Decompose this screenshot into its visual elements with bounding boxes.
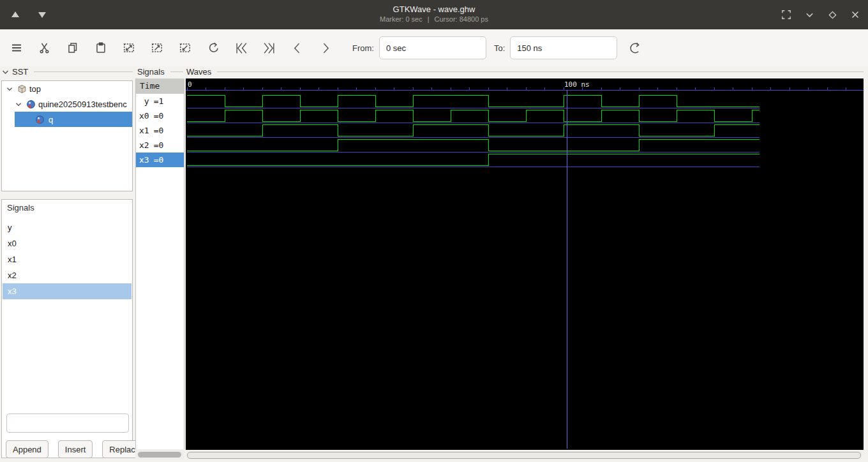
component-globe-icon	[35, 115, 45, 124]
menu-button[interactable]	[8, 36, 26, 59]
reload-button[interactable]	[626, 36, 644, 59]
sst-tree: top quine20250913testbenc q	[1, 80, 133, 191]
reload-icon	[627, 41, 643, 56]
triangle-up-icon	[10, 10, 20, 19]
scrollbar-thumb[interactable]	[187, 452, 861, 459]
chevron-down-icon	[805, 10, 814, 20]
scissors-icon	[38, 41, 51, 54]
expander-icon[interactable]	[15, 100, 22, 108]
signal-list-panel: Signals y x0 x1 x2 x3 Append Insert Repl…	[1, 199, 133, 458]
svg-text:0: 0	[188, 80, 192, 89]
copy-button[interactable]	[64, 36, 82, 59]
tree-row-testbench[interactable]: quine20250913testbenc	[2, 96, 132, 112]
marker-status: Marker: 0 sec	[380, 15, 423, 23]
shift-up-button[interactable]	[6, 6, 24, 23]
chevron-left-icon	[290, 41, 304, 55]
sst-title: SST	[12, 67, 28, 77]
names-frame-label: Signals	[137, 67, 183, 77]
from-input[interactable]	[379, 36, 486, 59]
zoom-fit-button[interactable]	[120, 36, 138, 59]
append-button[interactable]: Append	[6, 440, 49, 458]
cut-button[interactable]	[36, 36, 54, 59]
name-row-x1[interactable]: x1=0	[136, 123, 184, 138]
diamond-icon	[828, 10, 837, 20]
frame-line	[34, 71, 133, 72]
component-globe-icon	[26, 100, 36, 109]
skip-to-start-icon	[234, 41, 249, 55]
collapse-chevron-icon[interactable]	[2, 69, 9, 75]
name-row-x0[interactable]: x0=0	[136, 108, 184, 123]
sst-frame-label: SST	[2, 67, 133, 77]
time-header[interactable]: Time	[136, 78, 184, 94]
names-panel-title: Signals	[137, 67, 165, 77]
names-hscrollbar[interactable]	[135, 449, 184, 459]
waves-hscrollbar[interactable]	[186, 451, 864, 461]
hamburger-menu-icon	[10, 41, 24, 54]
signal-list: y x0 x1 x2 x3	[3, 220, 131, 299]
signal-list-title: Signals	[7, 203, 34, 212]
prev-edge-button[interactable]	[288, 36, 306, 59]
list-buttons: Append Insert Replace	[6, 440, 131, 458]
waves-frame-label: Waves	[186, 67, 864, 77]
next-edge-button[interactable]	[317, 36, 334, 59]
zoom-out-button[interactable]	[176, 36, 194, 59]
insert-button[interactable]: Insert	[58, 440, 93, 458]
name-row-x3[interactable]: x3=0	[136, 153, 184, 167]
frame-line	[170, 71, 183, 72]
status-separator: |	[428, 15, 430, 23]
window-title: GTKWave - wave.ghw	[0, 4, 868, 14]
list-item-x0[interactable]: x0	[3, 235, 131, 251]
copy-icon	[66, 41, 79, 54]
chevron-right-icon	[318, 41, 333, 55]
close-icon	[851, 10, 860, 19]
gtkwave-window: GTKWave - wave.ghw Marker: 0 sec|Cursor:…	[0, 0, 868, 462]
tree-row-top[interactable]: top	[2, 81, 132, 96]
shift-down-button[interactable]	[33, 6, 51, 23]
tree-item-label: top	[29, 84, 41, 94]
wave-display[interactable]: 0100 ns	[186, 78, 864, 450]
shade-button[interactable]	[800, 6, 818, 23]
fullscreen-icon	[781, 10, 791, 20]
list-item-x2[interactable]: x2	[3, 267, 131, 283]
tree-row-q[interactable]: q	[15, 112, 133, 127]
tree-item-label: quine20250913testbenc	[38, 100, 127, 109]
waves-panel-title: Waves	[186, 67, 211, 77]
module-box-icon	[17, 84, 27, 94]
to-start-button[interactable]	[232, 36, 250, 59]
name-row-y[interactable]: y=1	[136, 94, 184, 108]
zoom-undo-button[interactable]	[204, 36, 222, 59]
zoom-out-icon	[178, 41, 192, 54]
to-label: To:	[494, 43, 505, 53]
cursor-status: Cursor: 84800 ps	[435, 15, 488, 23]
triangle-down-icon	[37, 10, 47, 19]
maximize-button[interactable]	[823, 6, 841, 23]
name-row-x2[interactable]: x2=0	[136, 138, 184, 153]
search-input[interactable]	[16, 415, 128, 431]
titlebar: GTKWave - wave.ghw Marker: 0 sec|Cursor:…	[0, 0, 868, 29]
zoom-fit-icon	[122, 41, 136, 54]
wave-canvas[interactable]: 0100 ns	[186, 78, 864, 450]
to-input[interactable]	[510, 36, 617, 59]
svg-text:100 ns: 100 ns	[564, 80, 590, 89]
close-button[interactable]	[846, 6, 864, 23]
zoom-in-button[interactable]	[148, 36, 166, 59]
frame-line	[217, 71, 864, 72]
list-item-x1[interactable]: x1	[3, 251, 131, 267]
tree-item-label: q	[49, 115, 53, 124]
signal-names-panel: Time y=1 x0=0 x1=0 x2=0 x3=0	[135, 78, 184, 449]
to-end-button[interactable]	[260, 36, 278, 59]
toolbar: From: To:	[0, 29, 868, 66]
search-icon	[11, 419, 12, 428]
undo-arrow-icon	[207, 41, 220, 54]
fullscreen-button[interactable]	[777, 6, 795, 23]
signal-search	[6, 414, 129, 433]
list-item-x3[interactable]: x3	[3, 283, 131, 299]
from-label: From:	[352, 43, 374, 53]
list-item-y[interactable]: y	[3, 220, 131, 235]
scrollbar-thumb[interactable]	[138, 452, 181, 458]
skip-to-end-icon	[262, 41, 277, 55]
marker-cursor-status: Marker: 0 sec|Cursor: 84800 ps	[0, 15, 868, 23]
zoom-in-icon	[150, 41, 164, 54]
paste-button[interactable]	[92, 36, 110, 59]
expander-icon[interactable]	[6, 85, 13, 93]
